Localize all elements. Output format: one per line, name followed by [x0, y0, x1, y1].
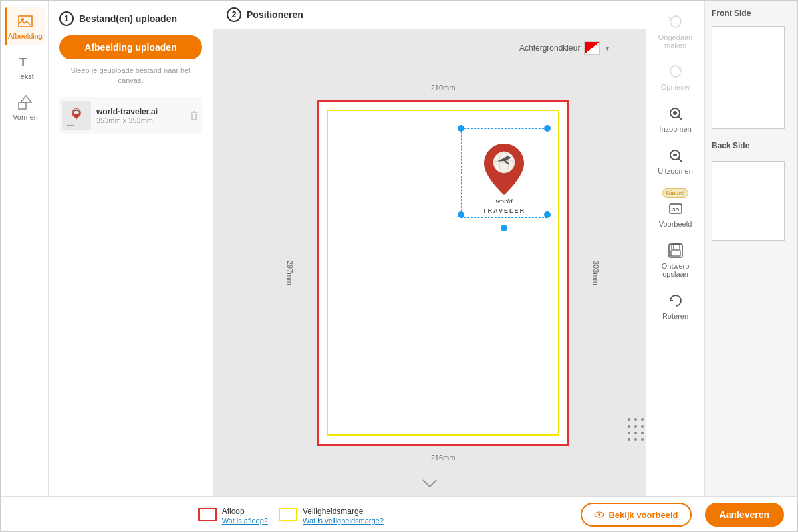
- shapes-icon: [17, 94, 34, 111]
- svg-marker-3: [21, 96, 31, 102]
- sidebar-tab-afbeelding[interactable]: Afbeelding: [5, 7, 45, 45]
- sidebar-tab-vormen[interactable]: Vormen: [5, 88, 45, 126]
- logo-handle-tr[interactable]: [544, 125, 551, 132]
- bg-color-swatch[interactable]: [584, 41, 600, 55]
- left-panel-header: 1 Bestand(en) uploaden: [59, 11, 202, 26]
- file-item: world world-traveler.ai 353mm x 353mm 🗑: [59, 97, 202, 134]
- canvas-area: 2 Positioneren Achtergrondkleur ▼ 210mm …: [213, 1, 646, 496]
- logo-handle-tl[interactable]: [458, 125, 464, 132]
- save-button[interactable]: Ontwerp opslaan: [651, 236, 700, 283]
- svg-text:T: T: [19, 56, 27, 69]
- svg-point-15: [641, 418, 644, 421]
- rotate-button[interactable]: Roteren: [651, 286, 700, 325]
- canvas-header: 2 Positioneren: [213, 1, 646, 29]
- zoom-out-button[interactable]: Uitzoomen: [651, 141, 700, 180]
- logo-handle-rotate[interactable]: [501, 225, 507, 231]
- preview-button[interactable]: Bekijk voorbeeld: [581, 503, 691, 527]
- bg-color-dropdown-icon[interactable]: ▼: [604, 45, 610, 52]
- preview-3d-button[interactable]: Nieuw! 3D Voorbeeld: [651, 183, 700, 233]
- sidebar-tab-tekst[interactable]: T Tekst: [5, 48, 45, 86]
- afloop-text-block: Afloop Wat is afloop?: [222, 505, 268, 525]
- right-panel: Front Side Back Side: [704, 1, 797, 496]
- front-side-preview: [712, 26, 785, 129]
- image-icon: [17, 13, 34, 30]
- file-size: 353mm x 353mm: [96, 116, 184, 124]
- afloop-label: Afloop: [222, 507, 245, 516]
- file-name: world-traveler.ai: [96, 107, 184, 116]
- measurement-left: 297mm: [286, 100, 294, 446]
- back-side-preview: [712, 161, 785, 241]
- svg-rect-36: [671, 251, 680, 256]
- redo-icon: [666, 63, 685, 81]
- svg-line-31: [678, 158, 682, 162]
- save-label: Ontwerp opslaan: [654, 262, 698, 278]
- svg-point-19: [628, 432, 630, 434]
- svg-point-13: [628, 418, 630, 421]
- svg-point-20: [634, 432, 637, 434]
- svg-point-23: [634, 438, 637, 441]
- bg-color-control[interactable]: Achtergrondkleur ▼: [519, 41, 610, 55]
- afloop-link[interactable]: Wat is afloop?: [222, 517, 268, 525]
- undo-label: Ongedaan maken: [654, 33, 698, 49]
- zoom-in-button[interactable]: Inzoomen: [651, 99, 700, 138]
- tools-panel: Ongedaan maken Opnieuw Inzoomen: [646, 1, 704, 496]
- svg-rect-35: [672, 244, 680, 249]
- dots-pattern: [626, 416, 646, 443]
- bottom-legend: Afloop Wat is afloop? Veiligheidsmarge W…: [14, 505, 567, 525]
- file-thumbnail: world: [62, 101, 91, 130]
- upload-button[interactable]: Afbeelding uploaden: [59, 35, 202, 59]
- step1-circle: 1: [59, 11, 74, 26]
- sidebar-tab-afbeelding-label: Afbeelding: [8, 32, 43, 40]
- logo-handle-bl[interactable]: [458, 211, 464, 218]
- eye-icon: [594, 509, 604, 520]
- svg-point-16: [628, 425, 630, 428]
- step1-label: Bestand(en) uploaden: [79, 13, 177, 24]
- sidebar-tab-tekst-label: Tekst: [17, 72, 34, 80]
- measurement-bottom: 216mm: [317, 454, 569, 462]
- left-panel: 1 Bestand(en) uploaden Afbeelding upload…: [49, 1, 213, 496]
- svg-point-17: [634, 425, 637, 428]
- zoom-out-label: Uitzoomen: [658, 167, 693, 175]
- bg-color-label: Achtergrondkleur: [519, 43, 580, 53]
- world-traveler-logo: world TRAVELER: [467, 138, 541, 218]
- measurement-top: 210mm: [317, 84, 569, 92]
- preview-3d-label: Voorbeeld: [659, 220, 692, 228]
- veiligheidsmarge-swatch: [279, 508, 297, 521]
- svg-text:TRAVELER: TRAVELER: [483, 207, 525, 214]
- zoom-in-label: Inzoomen: [659, 125, 691, 133]
- undo-button[interactable]: Ongedaan maken: [651, 7, 700, 55]
- svg-text:world: world: [495, 197, 513, 205]
- svg-rect-2: [19, 102, 26, 109]
- zoom-in-icon: [666, 104, 685, 123]
- veiligheidsmarge-label: Veiligheidsmarge: [303, 507, 363, 516]
- file-delete-button[interactable]: 🗑: [189, 110, 200, 122]
- main-area: Afbeelding T Tekst Vormen 1 Bestand(en) …: [1, 1, 797, 496]
- zoom-out-icon: [666, 146, 685, 165]
- undo-icon: [666, 13, 685, 31]
- svg-point-14: [634, 418, 637, 421]
- redo-button[interactable]: Opnieuw: [651, 57, 700, 96]
- svg-point-24: [641, 438, 644, 441]
- svg-line-28: [678, 116, 682, 120]
- afloop-legend-item: Afloop Wat is afloop?: [198, 505, 268, 525]
- upload-hint: Sleep je geüploade bestand naar het canv…: [59, 66, 202, 86]
- canvas-wrapper: 210mm 297mm 303mm 216mm: [317, 100, 569, 446]
- measurement-right: 303mm: [592, 100, 600, 446]
- canvas-title: Positioneren: [247, 9, 303, 20]
- submit-button[interactable]: Aanleveren: [705, 503, 784, 527]
- back-side-label: Back Side: [712, 141, 791, 150]
- logo-handle-br[interactable]: [544, 211, 551, 218]
- preview-3d-icon: 3D: [666, 200, 685, 218]
- afloop-swatch: [198, 508, 217, 521]
- svg-point-39: [598, 513, 600, 516]
- rotate-label: Roteren: [662, 312, 688, 320]
- svg-text:3D: 3D: [672, 207, 679, 213]
- canvas-logo[interactable]: world TRAVELER: [461, 128, 547, 228]
- save-icon: [666, 241, 685, 260]
- scroll-indicator[interactable]: [422, 479, 438, 491]
- veiligheidsmarge-link[interactable]: Wat is veiligheidsmarge?: [303, 517, 384, 525]
- svg-point-18: [641, 425, 644, 428]
- rotate-icon: [666, 291, 685, 310]
- front-side-label: Front Side: [712, 9, 791, 18]
- redo-label: Opnieuw: [661, 83, 690, 91]
